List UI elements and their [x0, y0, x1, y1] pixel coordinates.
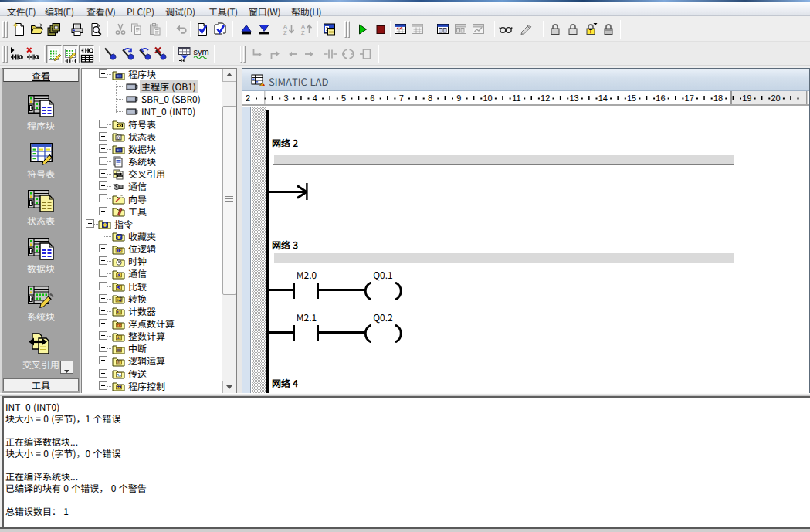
svg-text:Z: Z	[283, 29, 287, 36]
svg-text:18: 18	[713, 93, 723, 103]
svg-text:±I: ±I	[117, 334, 121, 340]
svg-text:5: 5	[341, 93, 346, 103]
svg-text:3: 3	[283, 93, 288, 103]
svg-text:7: 7	[399, 93, 404, 103]
svg-text:a: a	[117, 297, 119, 302]
svg-text:Z: Z	[301, 29, 305, 36]
svg-text:6: 6	[370, 93, 374, 103]
svg-text:9: 9	[456, 93, 461, 103]
svg-text:±R: ±R	[117, 322, 122, 327]
svg-text:13: 13	[569, 93, 578, 103]
svg-text:14: 14	[598, 93, 608, 103]
svg-text:20: 20	[771, 93, 780, 103]
svg-text:4: 4	[313, 93, 317, 103]
svg-text:+1: +1	[117, 310, 121, 316]
svg-text:2: 2	[246, 93, 250, 103]
svg-text:11: 11	[512, 93, 520, 103]
svg-text:15: 15	[627, 93, 636, 103]
svg-text:sym: sym	[194, 47, 209, 56]
svg-text:01: 01	[117, 361, 120, 365]
svg-text:T: T	[589, 27, 592, 35]
svg-text:17: 17	[685, 93, 694, 103]
svg-text:19: 19	[742, 93, 751, 103]
svg-text:b: b	[120, 296, 123, 300]
svg-text:8: 8	[428, 93, 432, 103]
svg-text:10: 10	[483, 93, 492, 103]
svg-text:12: 12	[541, 93, 550, 103]
svg-text:16: 16	[656, 93, 665, 103]
